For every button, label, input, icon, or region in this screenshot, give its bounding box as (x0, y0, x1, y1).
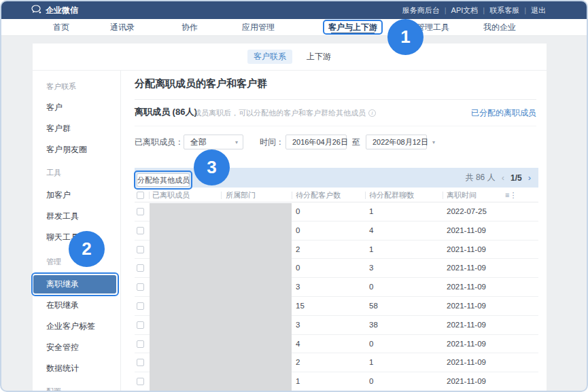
row-checkbox[interactable] (137, 227, 144, 234)
divider (135, 99, 536, 100)
total-count: 共 86 人 (466, 172, 496, 183)
member-filter-value: 全部 (190, 137, 207, 148)
topbar-link[interactable]: 退出 (531, 5, 546, 16)
sidebar: 离职继承 客户联系客户客户群客户朋友圈工具加客户群发工具聊天工具管理在职继承企业… (33, 71, 121, 391)
info-icon[interactable]: i (368, 109, 376, 117)
annotation-step-3: 3 (194, 149, 230, 185)
sidebar-item[interactable]: 企业客户标签 (46, 321, 95, 332)
row-checkbox[interactable] (137, 246, 144, 253)
cell-pending-groups: 0 (369, 372, 373, 391)
cell-pending-groups: 1 (369, 202, 373, 221)
page-indicator: 1/5 (511, 173, 522, 183)
col-leave-date: 离职时间 (447, 188, 477, 202)
col-member: 已离职成员 (152, 188, 190, 202)
cell-pending-groups: 1 (369, 353, 373, 372)
row-checkbox[interactable] (137, 283, 144, 291)
top-bar: 企业微信 服务商后台|API文档|联系客服|退出 (1, 1, 587, 19)
row-checkbox[interactable] (137, 321, 144, 329)
section-description: 成员离职后，可以分配他的客户和客户群给其他成员 i (194, 108, 376, 118)
cell-pending-customers: 3 (296, 316, 300, 335)
row-checkbox[interactable] (137, 378, 144, 385)
date-to-value: 2022年08月12日 (373, 137, 428, 147)
cell-pending-groups: 0 (369, 335, 373, 354)
sidebar-item[interactable]: 客户 (46, 102, 63, 113)
sidebar-item[interactable]: 群发工具 (46, 211, 79, 222)
date-to-select[interactable]: 2022年08月12日 ▾ (366, 135, 427, 149)
to-label: 至 (352, 137, 360, 148)
brand: 企业微信 (31, 1, 78, 19)
assigned-members-link[interactable]: 已分配的离职成员 (471, 107, 536, 119)
sidebar-item-resignation-inheritance[interactable]: 离职继承 (33, 275, 116, 293)
date-from-select[interactable]: 2016年04月26日 ▾ (286, 135, 347, 149)
nav-item[interactable]: 通讯录 (110, 19, 135, 36)
cell-leave-date: 2021-11-09 (447, 335, 486, 354)
nav-item[interactable]: 应用管理 (242, 19, 275, 36)
assign-to-others-button[interactable]: 分配给其他成员 (137, 173, 190, 187)
cell-pending-groups: 38 (369, 316, 378, 335)
cell-leave-date: 2022-07-25 (447, 202, 487, 221)
header-divider (365, 192, 366, 199)
member-filter-label: 已离职成员： (135, 137, 184, 148)
cell-pending-customers: 4 (296, 335, 300, 354)
col-pending-customers: 待分配客户数 (296, 188, 341, 202)
sidebar-group-header: 管理 (46, 257, 61, 267)
chevron-down-icon: ▾ (235, 139, 238, 145)
cell-leave-date: 2021-11-09 (447, 259, 486, 278)
topbar-link[interactable]: API文档 (451, 5, 479, 16)
select-all-checkbox[interactable] (137, 192, 144, 199)
member-filter-select[interactable]: 全部 ▾ (184, 135, 243, 149)
tab-upstream-downstream[interactable]: 上下游 (300, 50, 337, 64)
cell-pending-customers: 3 (296, 278, 300, 297)
sidebar-item[interactable]: 客户群 (46, 123, 71, 135)
topbar-link-separator: | (445, 6, 447, 14)
cell-pending-customers: 0 (296, 221, 300, 240)
divider (135, 126, 536, 126)
cell-pending-groups: 0 (369, 278, 373, 297)
sidebar-item[interactable]: 在职继承 (46, 300, 79, 311)
cell-pending-customers: 1 (296, 372, 300, 391)
content-panel: 分配离职成员的客户和客户群 离职成员 (86人) 成员离职后，可以分配他的客户和… (121, 71, 547, 391)
nav-item[interactable]: 首页 (53, 19, 69, 36)
cell-pending-customers: 0 (296, 202, 300, 221)
cell-pending-customers: 2 (296, 353, 300, 372)
nav-item[interactable]: 协作 (181, 19, 198, 36)
topbar-link[interactable]: 服务商后台 (402, 5, 440, 16)
annotation-step-1: 1 (387, 19, 423, 55)
sidebar-item[interactable]: 安全管控 (46, 342, 79, 353)
sidebar-group-header: 客户联系 (46, 82, 76, 92)
wecom-logo-icon (31, 5, 41, 16)
col-department: 所属部门 (226, 188, 256, 202)
row-checkbox[interactable] (137, 340, 144, 348)
row-checkbox[interactable] (137, 359, 144, 366)
topbar-link[interactable]: 联系客服 (489, 5, 519, 16)
sidebar-item[interactable]: 加客户 (46, 190, 71, 201)
cell-leave-date: 2021-11-09 (447, 240, 486, 260)
sidebar-item[interactable]: 客户朋友圈 (46, 144, 87, 156)
time-filter-label: 时间： (260, 137, 284, 148)
main-nav: 首页通讯录协作应用管理客户与上下游管理工具我的企业 (1, 19, 587, 36)
column-settings-icon[interactable]: ≡⋮ (505, 188, 517, 202)
header-divider (443, 192, 443, 199)
sidebar-group-header: 工具 (46, 168, 61, 178)
prev-page-icon[interactable]: ‹ (502, 173, 504, 183)
topbar-link-separator: | (483, 6, 485, 14)
cell-leave-date: 2021-11-09 (447, 372, 486, 391)
wecom-admin-window: 企业微信 服务商后台|API文档|联系客服|退出 首页通讯录协作应用管理客户与上… (0, 0, 588, 392)
sidebar-item[interactable]: 数据统计 (46, 363, 79, 374)
next-page-icon[interactable]: › (528, 173, 531, 183)
row-checkbox[interactable] (137, 264, 144, 272)
subtab-strip: 客户联系 上下游 (33, 43, 547, 70)
nav-item[interactable]: 我的企业 (483, 19, 516, 36)
row-checkbox[interactable] (137, 208, 144, 215)
cell-leave-date: 2021-11-09 (447, 297, 486, 316)
annotation-step-2: 2 (69, 231, 105, 267)
date-from-value: 2016年04月26日 (292, 137, 348, 147)
sidebar-group-header: 配置 (46, 387, 61, 392)
col-pending-groups: 待分配群聊数 (369, 188, 414, 202)
section-description-text: 成员离职后，可以分配他的客户和客户群给其他成员 (194, 108, 366, 118)
tab-customer-contact[interactable]: 客户联系 (247, 50, 292, 64)
header-divider (292, 192, 292, 199)
main-area: 离职继承 客户联系客户客户群客户朋友圈工具加客户群发工具聊天工具管理在职继承企业… (33, 71, 547, 391)
annotation-box-nav-tab (323, 20, 383, 35)
row-checkbox[interactable] (137, 302, 144, 310)
